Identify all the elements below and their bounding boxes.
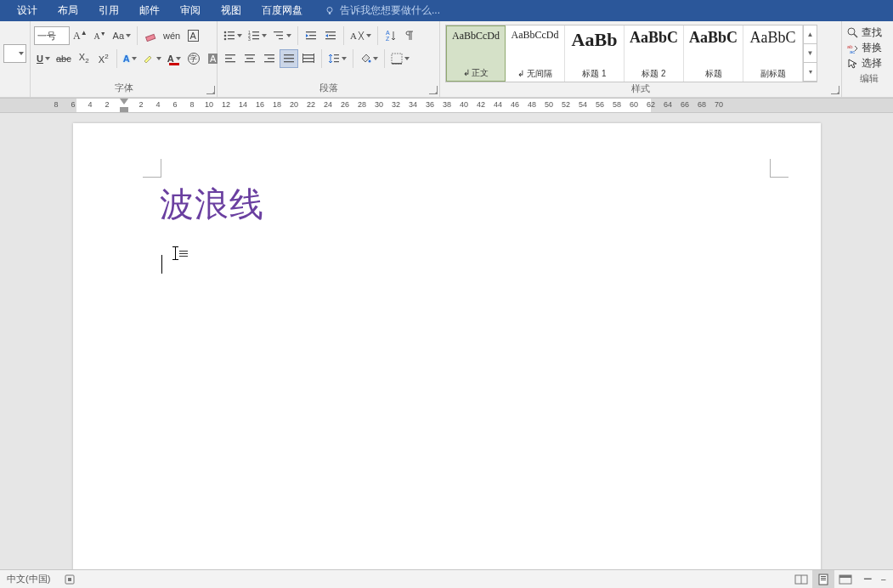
font-size-combo[interactable]: 一号 (34, 26, 70, 45)
ruler-tick: 2 (138, 100, 143, 109)
bullets-button[interactable] (221, 26, 245, 45)
decrease-indent-button[interactable] (302, 26, 320, 45)
underline-button[interactable]: U (34, 49, 53, 68)
print-layout-button[interactable] (812, 570, 834, 589)
ruler-tick: 28 (358, 100, 366, 109)
svg-rect-23 (325, 38, 336, 39)
document-body[interactable]: 波浪线 (160, 181, 770, 277)
ruler-tick: 36 (426, 100, 434, 109)
line-spacing-button[interactable] (325, 49, 349, 68)
borders-button[interactable] (388, 49, 412, 68)
align-left-button[interactable] (221, 49, 240, 68)
ribbon: 一号 A▲ A▼ Aa wén A U abc X2 X2 A A (0, 21, 893, 98)
style-preview: AaBbCcDd (452, 30, 500, 42)
menu-layout[interactable]: 布局 (48, 0, 88, 21)
gallery-scroll-more[interactable]: ▾ (803, 63, 817, 82)
shrink-font-button[interactable]: A▼ (91, 26, 110, 45)
style-card-3[interactable]: AaBbC标题 2 (625, 25, 684, 82)
tellme-search[interactable]: 告诉我您想要做什么... (325, 3, 440, 18)
menu-references[interactable]: 引用 (88, 0, 129, 21)
shading-button[interactable] (357, 49, 381, 68)
svg-rect-39 (303, 58, 314, 59)
sort-button[interactable]: AZ (382, 26, 400, 45)
styles-dialog-launcher[interactable] (831, 86, 839, 94)
svg-rect-33 (268, 58, 274, 59)
ruler-tick: 12 (222, 100, 230, 109)
svg-point-5 (224, 35, 227, 37)
phonetic-guide-button[interactable]: wén (161, 26, 183, 45)
numbering-button[interactable]: 123 (246, 26, 269, 45)
increase-indent-button[interactable] (321, 26, 340, 45)
styles-gallery[interactable]: AaBbCcDd↲ 正文AaBbCcDd↲ 无间隔AaBb标题 1AaBbC标题… (445, 25, 817, 82)
numbering-icon: 123 (248, 31, 260, 41)
menu-design[interactable]: 设计 (7, 0, 48, 21)
pilcrow-icon (405, 30, 415, 42)
style-card-5[interactable]: AaBbC副标题 (743, 25, 803, 82)
svg-rect-14 (252, 38, 259, 39)
ruler-tick: 4 (155, 100, 160, 109)
svg-rect-62 (839, 575, 851, 578)
select-button[interactable]: 选择 (847, 55, 891, 71)
font-dialog-launcher[interactable] (206, 86, 215, 94)
status-language[interactable]: 中文(中国) (7, 573, 50, 585)
svg-rect-17 (279, 38, 283, 39)
asian-layout-button[interactable]: A (348, 26, 374, 45)
style-name: ↲ 正文 (463, 67, 489, 79)
svg-rect-22 (329, 35, 336, 36)
menu-view[interactable]: 视图 (211, 0, 252, 21)
strikethrough-button[interactable]: abc (54, 49, 74, 68)
ruler-tick: 68 (698, 100, 706, 109)
multilevel-list-button[interactable] (270, 26, 294, 45)
align-center-button[interactable] (240, 49, 259, 68)
style-preview: AaBbC (750, 29, 796, 47)
margin-corner-top-left (143, 159, 161, 178)
grow-font-button[interactable]: A▲ (71, 26, 90, 45)
subscript-button[interactable]: X2 (75, 49, 93, 68)
menu-review[interactable]: 审阅 (170, 0, 211, 21)
text-effects-button[interactable]: A (121, 49, 139, 68)
zoom-out-button[interactable]: − (863, 570, 873, 588)
document-title-text[interactable]: 波浪线 (160, 181, 770, 228)
svg-rect-10 (252, 31, 259, 32)
replace-button[interactable]: abac 替换 (847, 40, 891, 55)
menu-mailings[interactable]: 邮件 (129, 0, 170, 21)
gallery-scroll-up[interactable]: ▲ (803, 25, 817, 44)
character-border-button[interactable]: A (184, 26, 202, 45)
web-layout-button[interactable] (834, 570, 856, 589)
ruler-tick: 8 (189, 100, 194, 109)
superscript-button[interactable]: X2 (94, 49, 113, 68)
style-card-4[interactable]: AaBbC标题 (684, 25, 743, 82)
highlight-color-button[interactable] (140, 49, 164, 68)
svg-rect-4 (228, 31, 235, 32)
style-card-2[interactable]: AaBb标题 1 (565, 25, 625, 82)
gallery-scroll-down[interactable]: ▼ (803, 44, 817, 63)
clear-formatting-button[interactable] (141, 26, 160, 45)
svg-rect-8 (228, 38, 235, 39)
read-mode-icon (794, 574, 808, 585)
svg-rect-2 (146, 34, 155, 41)
macro-recording-button[interactable] (59, 570, 81, 589)
font-color-button[interactable]: A (165, 49, 184, 68)
style-card-1[interactable]: AaBbCcDd↲ 无间隔 (506, 25, 565, 82)
text-caret (161, 255, 162, 274)
find-button[interactable]: 查找 (847, 25, 891, 40)
ruler-tick: 4 (88, 100, 92, 109)
paragraph-dialog-launcher[interactable] (429, 86, 438, 94)
horizontal-ruler[interactable]: 8642246810121416182022242628303234363840… (0, 98, 893, 113)
enclose-characters-button[interactable]: 字 (184, 49, 203, 68)
ruler-tick: 38 (443, 100, 451, 109)
menubar: 设计 布局 引用 邮件 审阅 视图 百度网盘 告诉我您想要做什么... (0, 0, 893, 21)
align-right-button[interactable] (260, 49, 279, 68)
distributed-button[interactable] (299, 49, 318, 68)
menu-baidunetdisk[interactable]: 百度网盘 (252, 0, 313, 21)
ruler-tick: 32 (392, 100, 400, 109)
change-case-button[interactable]: Aa (110, 26, 133, 45)
justify-button[interactable] (280, 49, 298, 68)
document-workspace[interactable]: 波浪线 (0, 113, 893, 569)
svg-rect-20 (306, 38, 316, 39)
show-marks-button[interactable] (401, 26, 420, 45)
font-name-combo[interactable] (3, 44, 26, 63)
read-mode-button[interactable] (790, 570, 812, 589)
style-card-0[interactable]: AaBbCcDd↲ 正文 (446, 25, 506, 82)
svg-rect-47 (392, 54, 402, 64)
